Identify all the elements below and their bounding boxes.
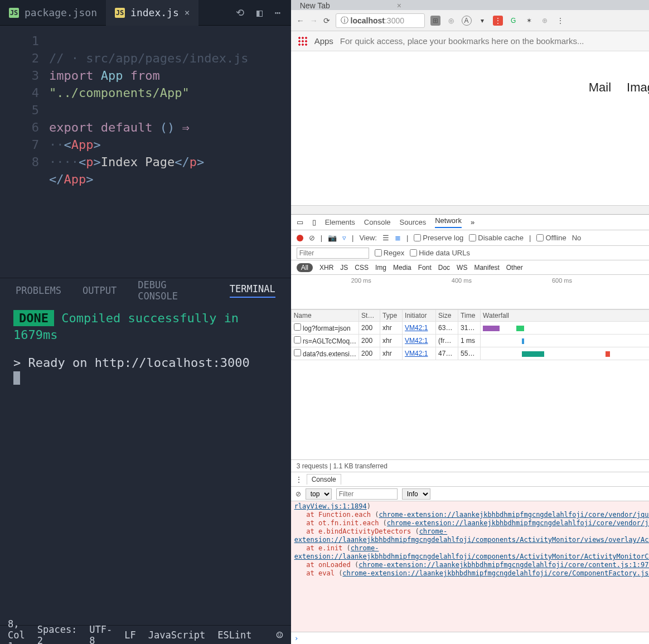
clear-icon[interactable]: ⊘ [309, 234, 315, 242]
encoding[interactable]: UTF-8 [89, 624, 112, 645]
devtools-tab-elements[interactable]: Elements [325, 218, 355, 226]
type-filter-media[interactable]: Media [393, 264, 411, 272]
code-editor[interactable]: 12345678 // · src/app/pages/index.js imp… [0, 26, 291, 278]
clear-console-icon[interactable]: ⊘ [296, 490, 301, 498]
back-button[interactable]: ← [297, 16, 304, 25]
col-waterfall[interactable]: Waterfall [481, 310, 649, 322]
editor-tab-package-json[interactable]: JS package.json [0, 0, 106, 26]
row-checkbox[interactable] [294, 336, 301, 343]
record-button[interactable] [297, 235, 303, 241]
console-controls: ⊘ top Info 1 item hidden by filters ⚙ [291, 487, 649, 501]
row-checkbox[interactable] [294, 323, 301, 331]
waterfall-view-icon[interactable]: ≣ [395, 234, 401, 242]
browser-tab-title[interactable]: New Tab [300, 1, 330, 10]
horizontal-scrollbar[interactable] [291, 205, 649, 214]
panel-tab-problems[interactable]: PROBLEMS [16, 285, 61, 296]
apps-icon[interactable] [298, 36, 308, 46]
type-filter-all[interactable]: All [297, 263, 313, 272]
extension-icon[interactable]: ◎ [446, 16, 456, 26]
offline-checkbox[interactable]: Offline [536, 234, 566, 242]
network-timeline[interactable]: 200 ms 400 ms 600 ms 800 ms 1000 ms [291, 275, 649, 309]
hide-data-urls-checkbox[interactable]: Hide data URLs [410, 249, 470, 257]
network-row[interactable]: data?ds.extensi…200xhrVM42:147…55… [291, 347, 649, 360]
drawer-tab-console[interactable]: Console [307, 474, 341, 485]
grammarly-icon[interactable]: G [508, 16, 519, 26]
col-status[interactable]: St… [359, 310, 380, 322]
apps-label[interactable]: Apps [314, 36, 333, 46]
site-info-icon[interactable]: ⓘ [341, 16, 348, 26]
pocket-icon[interactable]: ▾ [477, 16, 487, 26]
regex-checkbox[interactable]: Regex [375, 249, 405, 257]
tab-close-icon[interactable]: × [397, 1, 401, 10]
chrome-menu-icon[interactable]: ⋮ [555, 16, 565, 26]
type-filter-other[interactable]: Other [506, 264, 523, 272]
type-filter-manifest[interactable]: Manifest [474, 264, 499, 272]
capture-screenshots-icon[interactable]: 📷 [328, 234, 337, 242]
col-name[interactable]: Name [291, 310, 359, 322]
console-prompt[interactable]: › [291, 632, 649, 644]
more-icon[interactable]: ⋯ [275, 7, 281, 18]
network-row[interactable]: log?format=json200xhrVM42:163…31… [291, 322, 649, 335]
network-filter-row: Regex Hide data URLs [291, 246, 649, 260]
filter-icon[interactable]: ▿ [342, 234, 346, 242]
console-filter-input[interactable] [336, 488, 398, 500]
panel-tab-terminal[interactable]: TERMINAL [230, 283, 275, 298]
type-filter-xhr[interactable]: XHR [319, 264, 333, 272]
panel-tab-output[interactable]: OUTPUT [83, 285, 117, 296]
col-initiator[interactable]: Initiator [403, 310, 436, 322]
network-row[interactable]: rs=AGLTcCMoq…200xhrVM42:1(fr…1 ms [291, 335, 649, 347]
preserve-log-checkbox[interactable]: Preserve log [414, 234, 463, 242]
url-input[interactable]: ⓘ localhost:3000 [336, 13, 425, 28]
terminal[interactable]: DONE Compiled successfully in 1679ms > R… [0, 302, 291, 625]
disable-cache-checkbox[interactable]: Disable cache [469, 234, 524, 242]
forward-button[interactable]: → [310, 16, 318, 25]
language-mode[interactable]: JavaScript [148, 630, 205, 641]
throttling-label[interactable]: No [572, 234, 582, 242]
type-filter-doc[interactable]: Doc [438, 264, 450, 272]
mail-link[interactable]: Mail [589, 80, 611, 95]
extension-icon[interactable]: ⊕ [540, 16, 550, 26]
col-size[interactable]: Size [436, 310, 458, 322]
extension-icon[interactable]: ⋮ [493, 16, 503, 26]
code-content[interactable]: // · src/app/pages/index.js import App f… [49, 26, 291, 278]
browser-window: New Tab × ← → ⟳ ⓘ localhost:3000 ⊞ ◎ A ▾… [291, 0, 649, 644]
device-icon[interactable]: ▯ [312, 218, 316, 226]
context-select[interactable]: top [306, 488, 332, 500]
network-table: Name St… Type Initiator Size Time Waterf… [291, 309, 649, 460]
col-time[interactable]: Time [458, 310, 481, 322]
type-filter-img[interactable]: Img [375, 264, 386, 272]
panel-tab-debug-console[interactable]: DEBUG CONSOLE [138, 279, 208, 302]
type-filter-ws[interactable]: WS [457, 264, 467, 272]
split-editor-icon[interactable]: ◧ [256, 7, 263, 18]
reload-button[interactable]: ⟳ [323, 16, 330, 25]
eol[interactable]: LF [124, 630, 135, 641]
col-type[interactable]: Type [380, 310, 403, 322]
more-tabs-icon[interactable]: » [471, 218, 474, 226]
extension-icon[interactable]: A [462, 16, 472, 26]
network-filter-input[interactable] [297, 248, 369, 259]
level-select[interactable]: Info [402, 488, 430, 500]
feedback-icon[interactable]: ☺ [277, 628, 283, 642]
devtools-tab-console[interactable]: Console [364, 218, 391, 226]
devtools-tab-network[interactable]: Network [435, 216, 462, 228]
drawer-menu-icon[interactable]: ⋮ [296, 476, 302, 483]
page-content: Mail Images 🔔 J [291, 51, 649, 205]
extension-icon[interactable]: ⊞ [430, 16, 440, 26]
indent-setting[interactable]: Spaces: 2 [37, 624, 78, 645]
row-checkbox[interactable] [294, 349, 301, 356]
images-link[interactable]: Images [627, 80, 649, 95]
extension-icon[interactable]: ✶ [524, 16, 534, 26]
eslint-status[interactable]: ESLint [217, 630, 251, 641]
open-changes-icon[interactable]: ⟲ [236, 7, 244, 18]
editor-tab-index-js[interactable]: JS index.js × [106, 0, 198, 26]
network-toolbar: ⊘ | 📷 ▿ | View: ☰ ≣ | Preserve log Disab… [291, 230, 649, 246]
inspect-icon[interactable]: ▭ [297, 218, 303, 226]
console-output[interactable]: rlayView.js:1:1894) at Function.each (ch… [291, 501, 649, 632]
cursor-position[interactable]: 8, Col 1 [8, 618, 25, 645]
close-icon[interactable]: × [185, 7, 190, 18]
list-view-icon[interactable]: ☰ [382, 234, 389, 242]
type-filter-font[interactable]: Font [418, 264, 432, 272]
devtools-tab-sources[interactable]: Sources [400, 218, 427, 226]
type-filter-css[interactable]: CSS [355, 264, 369, 272]
type-filter-js[interactable]: JS [340, 264, 348, 272]
